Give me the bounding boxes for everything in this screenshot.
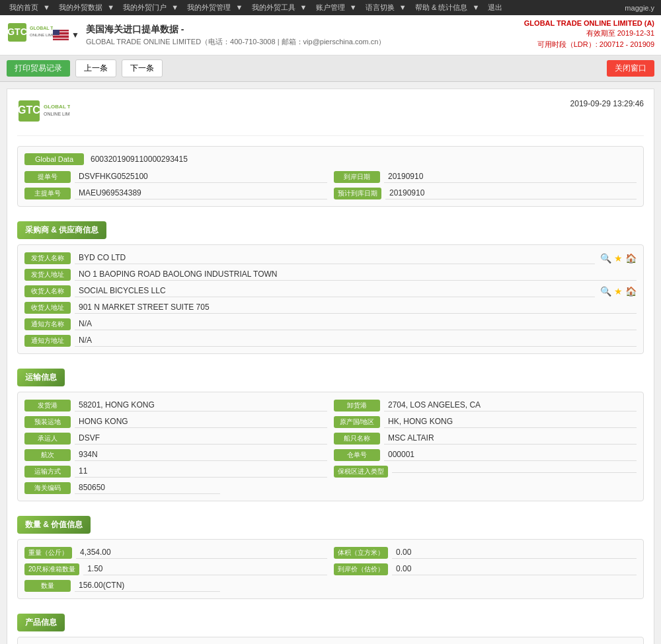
svg-text:ONLINE LIMITED: ONLINE LIMITED: [30, 33, 53, 37]
search-icon[interactable]: 🔍: [600, 253, 611, 264]
product-section-box: 集装箱编号 MRKU0803393（CN / L / CY） 集装箱尺寸 400…: [17, 637, 644, 644]
predict-date-group: 预计到库日期 20190910: [334, 187, 637, 199]
port-row: 发货港 58201, HONG KONG 卸货港 2704, LOS ANGEL…: [24, 399, 637, 411]
close-button-top[interactable]: 关闭窗口: [607, 60, 654, 77]
home-icon[interactable]: 🏠: [625, 253, 637, 264]
supplier-section-box: 发货人名称 BYD CO LTD 🔍 ★ 🏠 发货人地址 NO 1 BAOPIN…: [17, 244, 644, 354]
bonded-label: 保税区进入类型: [334, 466, 388, 478]
shipper-addr-row: 发货人地址 NO 1 BAOPING ROAD BAOLONG INDUSTRI…: [24, 268, 637, 281]
nav-trade-data[interactable]: 我的外贸数据: [59, 3, 102, 11]
main-content: GTC GLOBAL TRADE ONLINE LIMITED 2019-09-…: [7, 89, 654, 644]
consignee-addr-value: 901 N MARKET STREET SUITE 705: [75, 301, 637, 314]
doc-logo-image: GTC GLOBAL TRADE ONLINE LIMITED: [17, 99, 70, 129]
weight-label: 重量（公斤）: [24, 547, 72, 559]
expiry-date: 有效期至 2019-12-31: [524, 28, 654, 38]
quantity-section: 数量 & 价值信息 重量（公斤） 4,354.00 体积（立方米） 0.00 2…: [17, 508, 644, 599]
header-info: 美国海关进口提单数据 - GLOBAL TRADE ONLINE LIMITED…: [86, 24, 524, 47]
prev-button-top[interactable]: 上一条: [75, 59, 116, 77]
svg-text:GTC: GTC: [7, 26, 27, 37]
bonded-value: [392, 470, 637, 473]
carrier-group: 承运人 DSVF: [24, 432, 327, 445]
nav-tools[interactable]: 我的外贸工具: [252, 3, 295, 11]
container20-label: 20尺标准箱数量: [24, 563, 79, 575]
svg-text:GTC: GTC: [18, 104, 40, 116]
notify-addr-value: N/A: [75, 334, 637, 347]
voyage-label: 航次: [24, 449, 71, 461]
bill-row: 提单号 DSVFHKG0525100 到岸日期 20190910: [24, 170, 637, 183]
bill-number-group: 提单号 DSVFHKG0525100: [24, 170, 327, 183]
voyage-group: 航次 934N: [24, 448, 327, 461]
us-flag: [53, 30, 69, 40]
weight-value: 4,354.00: [76, 546, 327, 559]
main-bill-value: MAEU969534389: [75, 187, 327, 199]
transport-row: 运输方式 11 保税区进入类型: [24, 465, 637, 478]
arrive-date-value: 20190910: [384, 170, 637, 183]
vessel-value: MSC ALTAIR: [384, 432, 637, 445]
nav-logout[interactable]: 退出: [488, 3, 502, 11]
warehouse-value: 000001: [384, 448, 637, 461]
quantity-section-box: 重量（公斤） 4,354.00 体积（立方米） 0.00 20尺标准箱数量 1.…: [17, 539, 644, 599]
flag-selector[interactable]: ▼: [53, 30, 79, 40]
shipper-icons[interactable]: 🔍 ★ 🏠: [600, 253, 637, 264]
shipping-section-header: 运输信息: [17, 369, 65, 386]
shipper-name-label: 发货人名称: [24, 252, 71, 264]
volume-value: 0.00: [392, 546, 637, 559]
page-title: 美国海关进口提单数据 -: [86, 24, 524, 36]
predict-date-value: 20190910: [385, 187, 637, 199]
shipper-name-row: 发货人名称 BYD CO LTD 🔍 ★ 🏠: [24, 252, 637, 264]
top-toolbar: 打印贸易记录 上一条 下一条 关闭窗口: [0, 55, 661, 82]
volume-label: 体积（立方米）: [334, 547, 388, 559]
qty-value: 156.00(CTN): [75, 579, 220, 592]
vessel-group: 船只名称 MSC ALTAIR: [334, 432, 637, 445]
product-section: 产品信息 集装箱编号 MRKU0803393（CN / L / CY） 集装箱尺…: [17, 606, 644, 644]
transport-label: 运输方式: [24, 466, 71, 478]
logo: GTC GLOBAL TRADE ONLINE LIMITED: [7, 22, 53, 48]
quantity-section-header: 数量 & 价值信息: [17, 516, 91, 534]
svg-rect-10: [53, 38, 69, 38]
consignee-icons[interactable]: 🔍 ★ 🏠: [600, 286, 637, 297]
company-name: GLOBAL TRADE ONLINE LIMITED (A): [524, 19, 654, 27]
nav-links[interactable]: 我的首页 ▼ 我的外贸数据 ▼ 我的外贸门户 ▼ 我的外贸管理 ▼ 我的外贸工具…: [7, 3, 505, 13]
container-row: 20尺标准箱数量 1.50 到岸价（估价） 0.00: [24, 563, 637, 575]
volume-group: 体积（立方米） 0.00: [334, 546, 637, 559]
arrive-price-value: 0.00: [392, 563, 637, 575]
product-section-header: 产品信息: [17, 614, 65, 631]
consignee-home-icon[interactable]: 🏠: [625, 286, 637, 297]
document-header: GTC GLOBAL TRADE ONLINE LIMITED 2019-09-…: [17, 99, 644, 136]
nav-help[interactable]: 帮助 & 统计信息: [415, 3, 467, 11]
svg-rect-11: [53, 40, 69, 40]
next-button-top[interactable]: 下一条: [122, 59, 163, 77]
nav-management[interactable]: 我的外贸管理: [187, 3, 231, 11]
global-data-label: Global Data: [24, 153, 84, 165]
container20-group: 20尺标准箱数量 1.50: [24, 563, 327, 575]
main-bill-row: 主提单号 MAEU969534389 预计到库日期 20190910: [24, 187, 637, 199]
bonded-group: 保税区进入类型: [334, 465, 637, 478]
voyage-value: 934N: [75, 448, 327, 461]
global-data-row: Global Data 6003201909110000293415: [24, 153, 637, 165]
depart-port-group: 发货港 58201, HONG KONG: [24, 399, 327, 411]
star-icon[interactable]: ★: [614, 253, 623, 264]
container20-value: 1.50: [83, 563, 327, 575]
consignee-search-icon[interactable]: 🔍: [600, 286, 611, 297]
vessel-label: 船只名称: [334, 433, 380, 445]
nav-home[interactable]: 我的首页: [9, 3, 38, 11]
customs-row: 海关编码 850650: [24, 482, 637, 494]
svg-text:ONLINE LIMITED: ONLINE LIMITED: [44, 112, 70, 116]
nav-portal[interactable]: 我的外贸门户: [123, 3, 167, 11]
consignee-star-icon[interactable]: ★: [614, 286, 623, 297]
print-button-top[interactable]: 打印贸易记录: [7, 60, 70, 77]
user-info: maggie.y: [625, 4, 654, 12]
shipper-addr-label: 发货人地址: [24, 269, 71, 281]
notify-addr-row: 通知方地址 N/A: [24, 334, 637, 347]
preship-label: 预装运地: [24, 416, 71, 428]
header-account-info: GLOBAL TRADE ONLINE LIMITED (A) 有效期至 201…: [524, 19, 654, 51]
customs-value: 850650: [75, 482, 220, 494]
notify-name-row: 通知方名称 N/A: [24, 318, 637, 330]
customs-label: 海关编码: [24, 482, 71, 494]
nav-language[interactable]: 语言切换: [366, 3, 395, 11]
nav-account[interactable]: 账户管理: [316, 3, 345, 11]
svg-rect-12: [53, 30, 59, 35]
notify-addr-label: 通知方地址: [24, 335, 71, 347]
origin-group: 原产国/地区 HK, HONG KONG: [334, 415, 637, 428]
consignee-addr-label: 收货人地址: [24, 302, 71, 314]
